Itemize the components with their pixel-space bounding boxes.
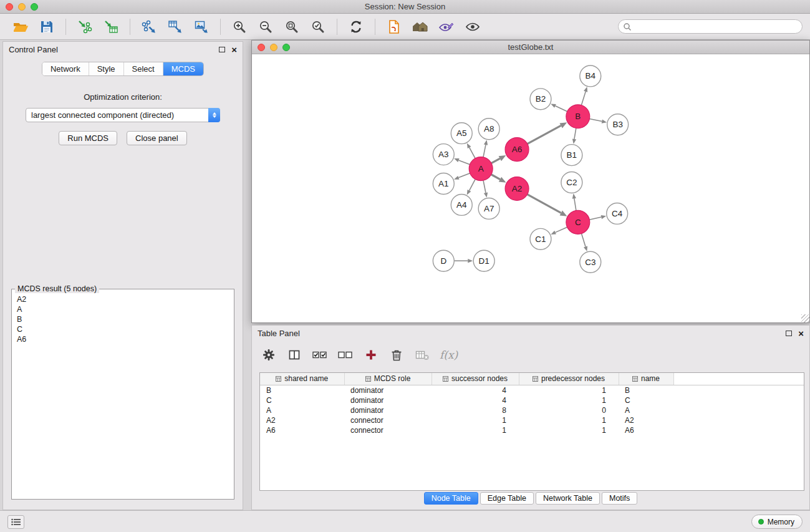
mcds-result-item[interactable]: B [12,314,234,324]
edge-B-B3[interactable] [589,119,602,122]
edge-C-C3[interactable] [582,233,586,246]
memory-button[interactable]: Memory [751,515,803,529]
table-row[interactable]: Cdominator41C [260,395,804,405]
cell-name[interactable]: A [619,405,673,415]
edge-A6-B[interactable] [528,125,561,143]
save-session-button[interactable] [34,16,60,37]
cell-MCDS-role[interactable]: connector [344,425,432,435]
zoom-selected-button[interactable] [305,16,331,37]
tab-mcds[interactable]: MCDS [163,62,203,75]
cell-shared-name[interactable]: B [260,385,344,395]
edge-A-A2[interactable] [491,175,500,180]
edge-A-A8[interactable] [483,145,486,157]
cell-successor-nodes[interactable]: 8 [432,405,519,415]
tab-motifs[interactable]: Motifs [602,492,637,505]
edge-C-C4[interactable] [589,217,601,220]
cell-name[interactable]: B [619,385,673,395]
network-graph[interactable]: B4B2BB3A5A8A6A3B1AC2A1A2A4A7C4CC1C3DD1 [252,55,809,322]
cell-MCDS-role[interactable]: dominator [344,385,432,395]
cell-successor-nodes[interactable]: 4 [432,385,519,395]
cell-MCDS-role[interactable]: dominator [344,395,432,405]
run-mcds-button[interactable]: Run MCDS [59,131,117,145]
apply-layout-button[interactable] [343,16,369,37]
minimize-network-window-button[interactable] [270,44,277,51]
edge-A2-C[interactable] [528,195,561,213]
open-session-button[interactable] [7,16,34,37]
cell-shared-name[interactable]: A2 [260,415,344,425]
mcds-result-item[interactable]: A6 [12,334,234,344]
export-table-button[interactable] [162,16,188,37]
cell-shared-name[interactable]: A [260,405,344,415]
cell-name[interactable]: C [619,395,673,405]
cell-shared-name[interactable]: C [260,395,344,405]
cell-successor-nodes[interactable]: 4 [432,395,519,405]
zoom-fit-button[interactable] [279,16,305,37]
cell-MCDS-role[interactable]: dominator [344,405,432,415]
table-row[interactable]: A2connector11A2 [260,415,804,425]
delete-table-button[interactable] [414,347,430,362]
edge-C-C2[interactable] [574,198,576,210]
edge-B-B2[interactable] [556,106,567,112]
table-row[interactable]: A6connector11A6 [260,425,804,435]
cell-predecessor-nodes[interactable]: 1 [519,415,619,425]
cell-successor-nodes[interactable]: 1 [432,415,519,425]
deselect-all-button[interactable] [337,347,354,362]
edge-A-A1[interactable] [458,173,470,178]
mcds-result-item[interactable]: A2 [12,294,234,304]
edge-B-B1[interactable] [574,128,576,139]
import-table-button[interactable] [98,16,124,37]
cell-name[interactable]: A6 [619,425,673,435]
cell-MCDS-role[interactable]: connector [344,415,432,425]
zoom-out-button[interactable] [253,16,279,37]
optimization-criterion-dropdown[interactable]: largest connected component (directed) [26,108,220,122]
zoom-in-button[interactable] [226,16,253,37]
function-builder-button[interactable]: f(x) [440,347,458,362]
float-table-panel-icon[interactable] [786,331,792,336]
task-history-button[interactable] [7,515,24,529]
home-button[interactable] [407,16,433,37]
add-column-button[interactable] [363,347,379,362]
float-panel-icon[interactable] [219,47,225,52]
close-window-button[interactable] [6,3,13,11]
cell-predecessor-nodes[interactable]: 1 [519,425,619,435]
column-header-predecessor-nodes[interactable]: predecessor nodes [519,373,619,385]
cell-name[interactable]: A2 [619,415,673,425]
cell-successor-nodes[interactable]: 1 [432,425,519,435]
zoom-network-window-button[interactable] [282,44,290,51]
edge-A-A6[interactable] [491,158,500,163]
export-network-button[interactable] [136,16,162,37]
tab-edge-table[interactable]: Edge Table [480,492,534,505]
column-header-shared-name[interactable]: shared name [260,373,344,385]
export-image-button[interactable] [188,16,215,37]
network-canvas[interactable]: B4B2BB3A5A8A6A3B1AC2A1A2A4A7C4CC1C3DD1 [252,55,809,322]
minimize-window-button[interactable] [18,3,26,11]
table-settings-button[interactable] [261,347,277,362]
tab-node-table[interactable]: Node Table [424,492,478,505]
table-row[interactable]: Bdominator41B [260,385,804,395]
show-hide-button[interactable] [460,16,486,37]
zoom-window-button[interactable] [31,3,38,11]
edge-C-C1[interactable] [556,227,567,232]
select-all-button[interactable] [312,347,328,362]
cell-predecessor-nodes[interactable]: 0 [519,405,619,415]
cell-predecessor-nodes[interactable]: 1 [519,395,619,405]
cell-shared-name[interactable]: A6 [260,425,344,435]
tab-network-table[interactable]: Network Table [536,492,600,505]
column-header-name[interactable]: name [619,373,673,385]
delete-column-button[interactable] [388,347,405,362]
column-header-successor-nodes[interactable]: successor nodes [432,373,519,385]
close-table-panel-icon[interactable]: × [798,329,804,338]
tab-select[interactable]: Select [124,62,163,75]
mcds-result-item[interactable]: C [12,324,234,334]
resize-grip[interactable] [801,314,809,322]
edge-A-A3[interactable] [459,160,470,165]
tab-style[interactable]: Style [89,62,124,75]
tab-network[interactable]: Network [42,62,89,75]
mcds-result-item[interactable]: A [12,304,234,314]
edge-A-A4[interactable] [470,179,476,190]
close-panel-button[interactable]: Close panel [127,131,187,145]
show-columns-button[interactable] [286,347,302,362]
close-panel-icon[interactable]: × [231,45,237,54]
cell-predecessor-nodes[interactable]: 1 [519,385,619,395]
table-row[interactable]: Adominator80A [260,405,804,415]
